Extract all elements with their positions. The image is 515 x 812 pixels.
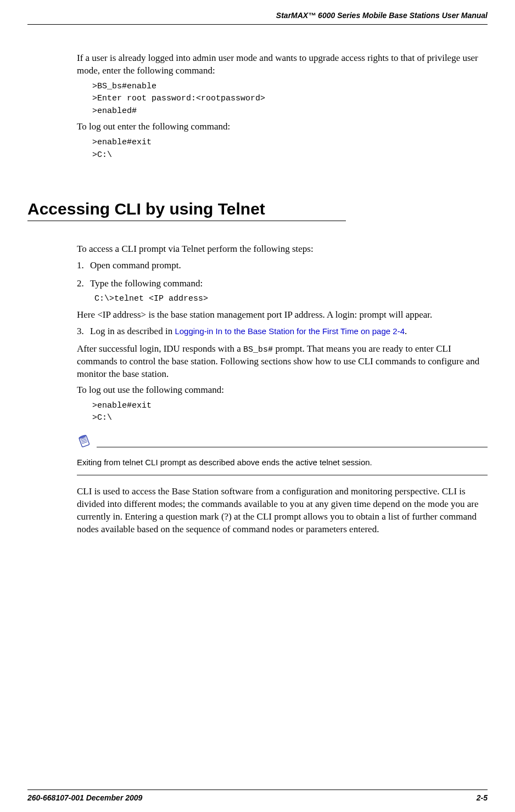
- page-header: StarMAX™ 6000 Series Mobile Base Station…: [0, 0, 515, 24]
- cross-reference-link[interactable]: Logging-in In to the Base Station for th…: [175, 326, 405, 336]
- intro-para-2: To log out enter the following command:: [77, 121, 488, 133]
- footer-row: 260-668107-001 December 2009 2-5: [27, 793, 488, 802]
- code-line: >Enter root password:<rootpassword>: [92, 93, 488, 105]
- code-block-enable: >BS_bs#enable >Enter root password:<root…: [92, 81, 488, 118]
- note-text: Exiting from telnet CLI prompt as descri…: [77, 456, 488, 468]
- code-line: >C:\: [92, 412, 488, 425]
- code-block-exit-2: >enable#exit >C:\: [92, 400, 488, 425]
- step-2: 2.Type the following command: C:\>telnet…: [77, 277, 488, 304]
- section-rule: [27, 221, 346, 221]
- step-number: 3.: [77, 325, 90, 339]
- step-text-a: Log in as described in: [90, 326, 175, 336]
- section-para-2: Here <IP address> is the base station ma…: [77, 309, 488, 322]
- footer-page-number: 2-5: [477, 793, 488, 802]
- step-text: Type the following command:: [90, 278, 203, 289]
- step-text-b: .: [405, 326, 407, 336]
- header-title: StarMAX™ 6000 Series Mobile Base Station…: [276, 11, 488, 20]
- footer-rule: [27, 790, 488, 790]
- code-line: >enable#exit: [92, 137, 488, 149]
- section-para-4: To log out use the following command:: [77, 384, 488, 397]
- note-rule-top: [97, 447, 488, 448]
- code-block-exit: >enable#exit >C:\: [92, 137, 488, 161]
- para-text-a: After successful login, IDU responds wit…: [77, 343, 243, 354]
- section-para-1: To access a CLI prompt via Telnet perfor…: [77, 243, 488, 256]
- section-heading: Accessing CLI by using Telnet: [27, 200, 488, 218]
- inline-code: BS_bs#: [243, 345, 273, 354]
- section-para-5: CLI is used to access the Base Station s…: [77, 486, 488, 536]
- step-number: 2.: [77, 277, 90, 291]
- code-line: >enabled#: [92, 105, 488, 118]
- footer-docid: 260-668107-001 December 2009: [27, 793, 142, 802]
- step-code: C:\>telnet <IP address>: [94, 293, 488, 305]
- note-block: Exiting from telnet CLI prompt as descri…: [77, 435, 488, 476]
- note-rule-bottom: [77, 475, 488, 476]
- steps-list-cont: 3.Log in as described in Logging-in In t…: [77, 325, 488, 339]
- code-line: >BS_bs#enable: [92, 81, 488, 93]
- section-para-3: After successful login, IDU responds wit…: [77, 343, 488, 381]
- code-line: >enable#exit: [92, 400, 488, 413]
- steps-list: 1.Open command prompt. 2.Type the follow…: [77, 259, 488, 304]
- code-line: >C:\: [92, 149, 488, 162]
- step-3: 3.Log in as described in Logging-in In t…: [77, 325, 488, 339]
- page-footer: 260-668107-001 December 2009 2-5: [27, 790, 488, 802]
- step-text: Open command prompt.: [90, 260, 181, 270]
- step-number: 1.: [77, 259, 90, 273]
- step-1: 1.Open command prompt.: [77, 259, 488, 273]
- intro-para-1: If a user is already logged into admin u…: [77, 52, 488, 77]
- note-icon: [77, 435, 92, 450]
- page-content: If a user is already logged into admin u…: [0, 25, 515, 536]
- note-icon-row: [77, 435, 488, 450]
